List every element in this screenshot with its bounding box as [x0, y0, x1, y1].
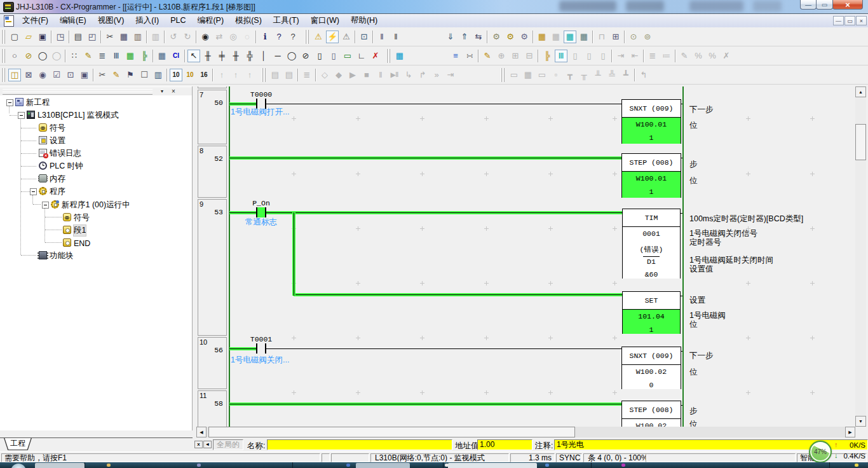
- taskbar-button[interactable]: [448, 463, 537, 468]
- section-list-icon[interactable]: ⚑: [124, 69, 137, 81]
- toggle-watch-window-icon[interactable]: ◉: [36, 69, 49, 81]
- pen1-icon[interactable]: ✎: [678, 50, 691, 62]
- mdi-restore-button[interactable]: ▭: [844, 16, 855, 25]
- taskbar-icon[interactable]: [445, 464, 449, 467]
- diff-g-icon[interactable]: ╨: [592, 69, 604, 81]
- unlock-icon[interactable]: ⊚: [641, 31, 654, 43]
- line-connect-icon[interactable]: ∟: [355, 50, 368, 62]
- pause-icon[interactable]: ‖: [374, 69, 387, 81]
- new-instruction-icon[interactable]: ▯: [313, 50, 326, 62]
- vertical-scroll-thumb[interactable]: [855, 124, 866, 160]
- monitor-decimal-icon[interactable]: 10: [170, 69, 182, 81]
- comment-edit-icon[interactable]: ✎: [82, 50, 95, 62]
- rung-margin[interactable]: 852: [198, 146, 227, 198]
- diff-b-icon[interactable]: ▦: [522, 69, 534, 81]
- minimize-button[interactable]: —: [800, 0, 817, 10]
- paste-special-icon[interactable]: ▥: [149, 31, 162, 43]
- grid-b-icon[interactable]: ▤: [283, 69, 295, 81]
- contact-bar[interactable]: [256, 207, 257, 217]
- list1-icon[interactable]: ≣: [646, 50, 659, 62]
- function-block-icon[interactable]: ▭: [341, 50, 354, 62]
- toolbar-grip[interactable]: [386, 49, 391, 63]
- taskbar-icon[interactable]: [107, 464, 111, 467]
- new-or-contact-icon[interactable]: ╫: [229, 50, 242, 62]
- diff-a-icon[interactable]: ▭: [508, 69, 520, 81]
- fast-forward-icon[interactable]: »: [430, 69, 443, 81]
- redo-icon[interactable]: ↻: [181, 31, 194, 43]
- box1-icon[interactable]: ▯: [569, 50, 581, 62]
- toolbar-grip[interactable]: [305, 30, 310, 44]
- step-in-icon[interactable]: ↳: [402, 69, 415, 81]
- symbol-window-icon[interactable]: ╠: [541, 50, 553, 62]
- menu-item-10[interactable]: 帮助(H): [345, 14, 383, 27]
- save-icon[interactable]: ▣: [36, 31, 49, 43]
- insert-col-icon[interactable]: ⊞: [509, 50, 522, 62]
- taskbar-icon[interactable]: [346, 464, 350, 467]
- new-contact-icon[interactable]: ╫: [201, 50, 214, 62]
- step-icon[interactable]: ▶‖: [388, 69, 401, 81]
- copy-icon[interactable]: ▦: [118, 31, 130, 43]
- tree-item[interactable]: 符号: [74, 212, 90, 223]
- diff-i-icon[interactable]: ┻: [620, 69, 632, 81]
- memory-view-icon[interactable]: ▦: [578, 31, 590, 43]
- panel-grip[interactable]: [3, 92, 153, 95]
- diff-h-icon[interactable]: ╩: [606, 69, 618, 81]
- compile-icon[interactable]: ⚠: [312, 31, 325, 43]
- menu-item-6[interactable]: 编程(P): [191, 14, 229, 27]
- ci-view-icon[interactable]: CI: [170, 50, 182, 62]
- taskbar-icon[interactable]: [855, 464, 858, 467]
- new-or-closed-contact-icon[interactable]: ╬: [243, 50, 256, 62]
- cut-icon[interactable]: ✂: [104, 31, 116, 43]
- pause-flag-icon[interactable]: ◇: [318, 69, 331, 81]
- address-ref-icon[interactable]: ≡: [449, 50, 462, 62]
- rung-margin[interactable]: 750: [198, 90, 227, 144]
- menu-item-9[interactable]: 窗口(W): [305, 14, 345, 27]
- pause-flag2-icon[interactable]: ◆: [332, 69, 345, 81]
- page-setup-icon[interactable]: ◳: [54, 31, 67, 43]
- contact-bar[interactable]: [265, 207, 266, 217]
- notes-icon[interactable]: ≣: [301, 69, 313, 81]
- run-icon[interactable]: ▶: [346, 69, 359, 81]
- mdi-document-icon[interactable]: [4, 15, 14, 27]
- monitor-window-icon[interactable]: ⊡: [358, 31, 370, 43]
- tree-expand-toggle[interactable]: [6, 99, 13, 106]
- taskbar-button[interactable]: [35, 463, 85, 468]
- tree-item[interactable]: 功能块: [50, 251, 74, 261]
- tree-item[interactable]: PLC 时钟: [50, 161, 83, 172]
- stop-icon[interactable]: ■: [360, 69, 373, 81]
- tree-item[interactable]: L310B[CP1L] 监视模式: [37, 110, 119, 121]
- menu-item-7[interactable]: 模拟(S): [229, 14, 268, 27]
- upload2-icon[interactable]: ↑: [229, 69, 242, 81]
- tree-item[interactable]: 新程序1 (00)运行中: [62, 200, 130, 210]
- new-instruction2-icon[interactable]: ▯: [327, 50, 340, 62]
- tree-item[interactable]: END: [74, 238, 90, 249]
- app-icon[interactable]: [3, 2, 14, 12]
- diff-c-icon[interactable]: ▭: [536, 69, 548, 81]
- paste-icon[interactable]: ▥: [132, 31, 144, 43]
- find-icon[interactable]: ◉: [199, 31, 212, 43]
- delete-row-icon[interactable]: ⊟: [523, 50, 536, 62]
- tree-item[interactable]: 段1: [74, 225, 86, 236]
- box3-icon[interactable]: ▯: [597, 50, 609, 62]
- toggle-output-window-icon[interactable]: ⊠: [22, 69, 35, 81]
- tree-item[interactable]: 符号: [50, 123, 65, 134]
- symbol-tree-icon[interactable]: ╠: [138, 50, 151, 62]
- delete-line-icon[interactable]: ✗: [369, 50, 382, 62]
- contact-bar[interactable]: [256, 343, 257, 354]
- indent-icon[interactable]: ⇥: [614, 50, 627, 62]
- zoom-select-icon[interactable]: ○: [8, 50, 21, 62]
- toolbar-grip[interactable]: [1, 30, 6, 44]
- horizontal-line-icon[interactable]: ─: [271, 50, 284, 62]
- rung-margin[interactable]: 1158: [198, 390, 227, 427]
- upload3-icon[interactable]: ↑: [243, 69, 256, 81]
- instruction-block[interactable]: TIM0001(错误)D1&60: [622, 209, 681, 279]
- program-mode-icon[interactable]: ⚙: [518, 31, 531, 43]
- menu-item-3[interactable]: 视图(V): [92, 14, 130, 27]
- new-closed-coil-icon[interactable]: ⊘: [299, 50, 312, 62]
- undo-icon[interactable]: ↺: [167, 31, 180, 43]
- toolbar-grip[interactable]: [262, 68, 267, 82]
- new-file-icon[interactable]: ▢: [8, 31, 21, 43]
- compile-all-icon[interactable]: ⚠: [340, 31, 353, 43]
- zoom-out-tool-icon[interactable]: ⊘: [22, 50, 35, 62]
- vertical-scrollbar[interactable]: ▲ ▼: [855, 86, 866, 427]
